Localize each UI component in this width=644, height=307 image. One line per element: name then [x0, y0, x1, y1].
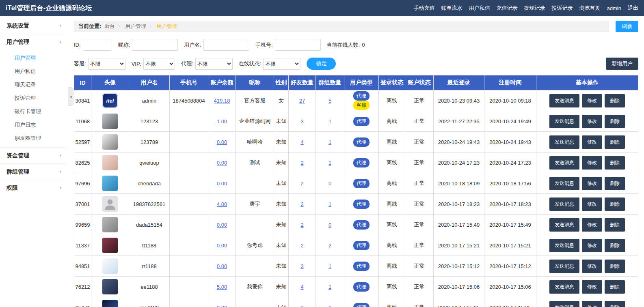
delete-button[interactable]: 删除 — [605, 301, 625, 307]
edit-button[interactable]: 修改 — [582, 177, 602, 190]
balance-link[interactable]: 0.00 — [217, 160, 227, 166]
friend-count-link[interactable]: 3 — [300, 305, 303, 307]
sidebar-item-moments-management[interactable]: 朋友圈管理 — [0, 131, 68, 145]
sidebar-collapse-handle[interactable]: ◀ — [68, 87, 73, 106]
group-count-link[interactable]: 1 — [328, 118, 331, 125]
friend-count-link[interactable]: 2 — [300, 201, 303, 207]
edit-button[interactable]: 修改 — [582, 156, 602, 170]
delete-button[interactable]: 删除 — [605, 198, 625, 211]
sidebar-group-user-management[interactable]: 用户管理▲ — [0, 34, 68, 50]
filter-select-agent[interactable]: 不限 — [195, 58, 233, 70]
delete-button[interactable]: 删除 — [605, 218, 625, 232]
friend-count-link[interactable]: 27 — [299, 98, 305, 104]
breadcrumb-item-2[interactable]: 用户管理 — [156, 23, 177, 30]
edit-button[interactable]: 修改 — [582, 115, 602, 128]
balance-link[interactable]: 5.00 — [217, 284, 227, 290]
group-count-link[interactable]: 1 — [328, 201, 331, 207]
friend-count-link[interactable]: 2 — [300, 180, 303, 187]
edit-button[interactable]: 修改 — [582, 94, 602, 107]
delete-button[interactable]: 删除 — [605, 239, 625, 252]
breadcrumb-item-1[interactable]: 用户管理 — [125, 23, 146, 30]
friend-count-link[interactable]: 2 — [300, 222, 303, 228]
edit-button[interactable]: 修改 — [582, 198, 602, 211]
filter-input-username[interactable] — [203, 39, 249, 51]
delete-button[interactable]: 删除 — [605, 135, 625, 149]
friend-count-link[interactable]: 4 — [300, 139, 303, 145]
sidebar-item-complaint-management[interactable]: 投诉管理 — [0, 91, 68, 105]
sidebar-item-bank-card-management[interactable]: 银行卡管理 — [0, 105, 68, 118]
top-nav-item-bill-flow[interactable]: 账单流水 — [441, 4, 462, 12]
balance-link[interactable]: 0.00 — [217, 243, 227, 249]
send-message-button[interactable]: 发送消息 — [549, 301, 579, 307]
sidebar-group-fund-management[interactable]: 资金管理▼ — [0, 148, 68, 164]
filter-input-id[interactable] — [83, 39, 112, 51]
sidebar-item-chat-record[interactable]: 聊天记录 — [0, 78, 68, 91]
edit-button[interactable]: 修改 — [582, 280, 602, 294]
balance-link[interactable]: 0.00 — [217, 263, 227, 269]
group-count-link[interactable]: 5 — [328, 98, 331, 104]
delete-button[interactable]: 删除 — [605, 177, 625, 190]
send-message-button[interactable]: 发送消息 — [549, 239, 579, 252]
delete-button[interactable]: 删除 — [605, 156, 625, 170]
top-nav-item-recharge-record[interactable]: 充值记录 — [497, 4, 518, 12]
balance-link[interactable]: 419.18 — [214, 98, 230, 104]
balance-link[interactable]: 0.00 — [217, 139, 227, 145]
filter-select-service[interactable]: 不限 — [88, 58, 125, 70]
group-count-link[interactable]: 1 — [328, 160, 331, 166]
group-count-link[interactable]: 2 — [328, 243, 331, 249]
refresh-button[interactable]: 刷新 — [616, 21, 638, 32]
group-count-link[interactable]: 1 — [328, 305, 331, 307]
sidebar-item-user-private-message[interactable]: 用户私信 — [0, 64, 68, 78]
delete-button[interactable]: 删除 — [605, 280, 625, 294]
add-user-button[interactable]: 新增用户 — [606, 58, 638, 70]
group-count-link[interactable]: 0 — [328, 222, 331, 228]
group-count-link[interactable]: 1 — [328, 284, 331, 290]
top-nav-item-admin[interactable]: admin — [607, 5, 621, 11]
sidebar-item-user-management[interactable]: 用户管理 — [0, 51, 68, 64]
top-nav-item-logout[interactable]: 退出 — [628, 4, 638, 12]
group-count-link[interactable]: 0 — [328, 180, 331, 187]
friend-count-link[interactable]: 3 — [300, 263, 303, 269]
edit-button[interactable]: 修改 — [582, 135, 602, 149]
group-count-link[interactable]: 1 — [328, 263, 331, 269]
send-message-button[interactable]: 发送消息 — [549, 156, 579, 170]
friend-count-link[interactable]: 2 — [300, 243, 303, 249]
sidebar-group-group-management[interactable]: 群组管理▼ — [0, 164, 68, 180]
balance-link[interactable]: 0.00 — [217, 305, 227, 307]
send-message-button[interactable]: 发送消息 — [549, 135, 579, 149]
sidebar-item-user-log[interactable]: 用户日志 — [0, 118, 68, 131]
filter-input-phone[interactable] — [275, 39, 321, 51]
send-message-button[interactable]: 发送消息 — [549, 218, 579, 232]
send-message-button[interactable]: 发送消息 — [549, 177, 579, 190]
edit-button[interactable]: 修改 — [582, 218, 602, 232]
friend-count-link[interactable]: 4 — [300, 284, 303, 290]
confirm-button[interactable]: 确定 — [307, 58, 336, 70]
send-message-button[interactable]: 发送消息 — [549, 260, 579, 273]
top-nav-item-browse-home[interactable]: 浏览首页 — [579, 4, 601, 12]
edit-button[interactable]: 修改 — [582, 301, 602, 307]
edit-button[interactable]: 修改 — [582, 260, 602, 273]
delete-button[interactable]: 删除 — [605, 94, 625, 107]
delete-button[interactable]: 删除 — [605, 260, 625, 273]
group-count-link[interactable]: 1 — [328, 139, 331, 145]
filter-input-nickname[interactable] — [132, 39, 178, 51]
balance-link[interactable]: 4.00 — [217, 201, 227, 207]
edit-button[interactable]: 修改 — [582, 239, 602, 252]
send-message-button[interactable]: 发送消息 — [549, 280, 579, 294]
friend-count-link[interactable]: 2 — [300, 160, 303, 166]
top-nav-item-complaint-record[interactable]: 投诉记录 — [552, 4, 573, 12]
send-message-button[interactable]: 发送消息 — [549, 115, 579, 128]
breadcrumb-item-0[interactable]: 后台 — [104, 23, 115, 30]
top-nav-item-user-private-message[interactable]: 用户私信 — [469, 4, 490, 12]
top-nav-item-withdraw-record[interactable]: 提现记录 — [524, 4, 545, 12]
filter-select-online-status[interactable]: 不限 — [263, 58, 300, 70]
top-nav-item-manual-recharge[interactable]: 手动充值 — [414, 4, 435, 12]
sidebar-group-system-settings[interactable]: 系统设置▼ — [0, 18, 68, 34]
balance-link[interactable]: 0.00 — [217, 222, 227, 228]
sidebar-group-permission[interactable]: 权限▼ — [0, 180, 68, 196]
filter-select-vip[interactable]: 不限 — [143, 58, 175, 70]
balance-link[interactable]: 1.00 — [217, 118, 227, 125]
send-message-button[interactable]: 发送消息 — [549, 198, 579, 211]
delete-button[interactable]: 删除 — [605, 115, 625, 128]
balance-link[interactable]: 0.00 — [217, 180, 227, 187]
